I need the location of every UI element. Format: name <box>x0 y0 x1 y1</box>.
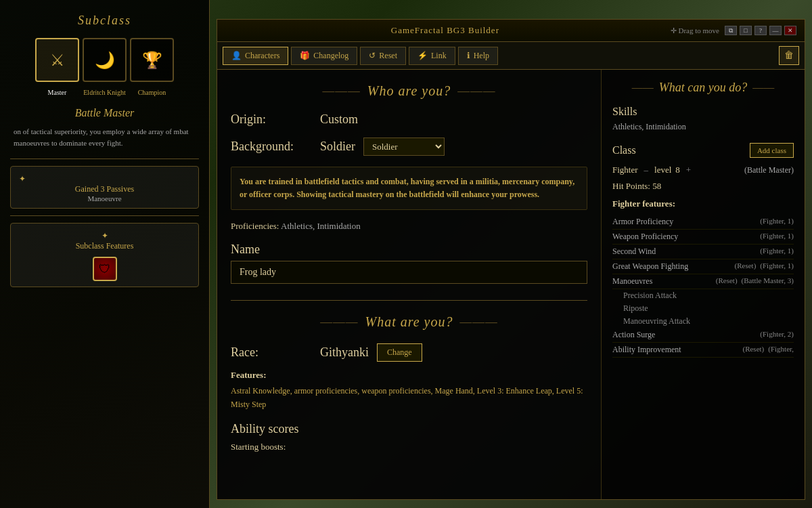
armor-proficiency-source: (Fighter, 1) <box>760 217 794 225</box>
subclass-icon-eldritch-knight[interactable]: 🌙 <box>83 38 127 82</box>
background-dropdown[interactable]: Soldier Acolyte Criminal Noble Sage Outl… <box>363 137 445 156</box>
manoeuvres-source: (Battle Master, 3) <box>742 276 794 284</box>
class-title: Class <box>612 144 636 156</box>
drag-label: ✛ Drag to move <box>671 26 719 35</box>
ability-improvement-reset[interactable]: (Reset) <box>742 345 764 353</box>
second-wind-name: Second Wind <box>612 247 760 257</box>
what-are-you-section: What are you? Race: Githyanki Change Fea… <box>231 300 587 452</box>
reset-label: Reset <box>379 51 397 61</box>
origin-label: Origin: <box>231 112 312 127</box>
characters-icon: 👤 <box>231 51 242 61</box>
master-icon: ⚔ <box>50 51 65 70</box>
background-description: You are trained in battlefield tactics a… <box>231 167 587 210</box>
subclass-icon-row: ⚔ 🌙 🏆 <box>7 38 202 82</box>
feature-ability-improvement: Ability Improvement (Reset) (Fighter, <box>612 343 794 358</box>
name-input[interactable] <box>231 261 587 284</box>
proficiencies-row: Proficiencies: Athletics, Intimidation <box>231 221 587 232</box>
features-links: Astral Knowledge, armor proficiencies, w… <box>231 385 587 410</box>
ability-scores-title: Ability scores <box>231 422 587 436</box>
fighter-level-label: level <box>654 165 671 175</box>
sub-feature-precision-attack: Precision Attack <box>612 289 794 302</box>
label-champion: Champion <box>130 89 174 97</box>
manoeuvres-reset[interactable]: (Reset) <box>716 276 738 284</box>
main-window: GameFractal BG3 Builder ✛ Drag to move ⧉… <box>217 19 805 500</box>
label-eldritch-knight: Eldritch Knight <box>83 89 127 97</box>
champion-icon: 🏆 <box>142 51 162 70</box>
subclass-features-title: Subclass Features <box>19 241 190 251</box>
battle-master-desc: on of tactical superiority, you employ a… <box>14 126 196 148</box>
reset-icon: ↺ <box>369 51 376 61</box>
characters-label: Characters <box>245 51 279 61</box>
fighter-level: 8 <box>675 165 680 175</box>
subclass-labels-row: Master Eldritch Knight Champion <box>7 89 202 97</box>
help-button[interactable]: ? <box>754 26 767 35</box>
subclass-features-section: ✦ Subclass Features 🛡 <box>10 223 199 287</box>
feature-manoeuvres: Manoeuvres (Reset) (Battle Master, 3) <box>612 274 794 289</box>
battle-master-title: Battle Master <box>7 107 202 119</box>
reset-button[interactable]: ↺ Reset <box>360 47 406 65</box>
add-class-button[interactable]: Add class <box>750 143 794 158</box>
subclass-icon-champion[interactable]: 🏆 <box>130 38 174 82</box>
fighter-plus-button[interactable]: + <box>684 165 693 175</box>
great-weapon-source: (Fighter, 1) <box>760 261 794 270</box>
what-header: What are you? <box>231 314 587 330</box>
link-button[interactable]: ⚡ Link <box>409 47 455 65</box>
who-header: Who are you? <box>231 83 587 99</box>
passives-section: ✦ Gained 3 Passives Manoeuvre <box>10 166 199 209</box>
trash-icon: 🗑 <box>784 50 794 61</box>
restore-button[interactable]: ⧉ <box>725 26 737 35</box>
sidebar: Subclass ⚔ 🌙 🏆 Master Eldritch Knight Ch… <box>0 0 210 508</box>
subclass-icon-master[interactable]: ⚔ <box>35 38 79 82</box>
background-value: Soldier <box>320 140 355 154</box>
content-area: Who are you? Origin: Custom Background: … <box>217 70 805 499</box>
riposte-name: Riposte <box>623 303 648 313</box>
origin-value: Custom <box>320 112 358 127</box>
weapon-proficiency-name: Weapon Proficiency <box>612 232 760 242</box>
precision-attack-name: Precision Attack <box>623 291 677 300</box>
sidebar-divider-2 <box>10 215 199 216</box>
maximize-button[interactable]: □ <box>740 26 752 35</box>
sidebar-title: Subclass <box>7 14 202 28</box>
hp-value: 58 <box>652 181 661 191</box>
passives-sub: Manoeuvre <box>19 194 190 203</box>
name-label: Name <box>231 242 587 257</box>
proficiencies-value: Athletics, Intimidation <box>281 221 361 231</box>
feature-armor-proficiency: Armor Proficiency (Fighter, 1) <box>612 215 794 230</box>
change-race-button[interactable]: Change <box>377 343 422 362</box>
race-row: Race: Githyanki Change <box>231 343 587 362</box>
ability-improvement-name: Ability Improvement <box>612 345 738 355</box>
characters-button[interactable]: 👤 Characters <box>223 47 288 65</box>
proficiencies-label: Proficiencies: <box>231 221 279 231</box>
minimize-button[interactable]: — <box>769 26 782 35</box>
toolbar: 👤 Characters 🎁 Changelog ↺ Reset ⚡ Link … <box>217 42 805 70</box>
armor-proficiency-name: Armor Proficiency <box>612 217 760 227</box>
background-label: Background: <box>231 140 312 154</box>
close-button[interactable]: ✕ <box>784 26 796 35</box>
trash-button[interactable]: 🗑 <box>779 46 799 65</box>
help-toolbar-button[interactable]: ℹ Help <box>458 47 498 65</box>
changelog-label: Changelog <box>313 51 348 61</box>
skills-list: Athletics, Intimidation <box>612 122 794 132</box>
great-weapon-reset[interactable]: (Reset) <box>735 261 757 270</box>
help-icon: ℹ <box>467 51 470 61</box>
origin-row: Origin: Custom <box>231 112 587 127</box>
sidebar-divider-1 <box>10 158 199 159</box>
manoeuvres-name: Manoeuvres <box>612 276 712 287</box>
class-header-row: Class Add class <box>612 143 794 158</box>
fighter-features-title: Fighter features: <box>612 198 794 209</box>
fighter-subclass: (Battle Master) <box>744 165 794 175</box>
race-label: Race: <box>231 345 312 360</box>
help-label: Help <box>474 51 489 61</box>
center-panel: Who are you? Origin: Custom Background: … <box>217 70 602 499</box>
star-icon: ✦ <box>19 174 26 184</box>
label-master: Master <box>35 89 79 97</box>
right-header: What can you do? <box>612 81 794 95</box>
fighter-minus-button[interactable]: – <box>642 165 651 175</box>
subclass-feature-icon: 🛡 <box>93 257 117 281</box>
changelog-button[interactable]: 🎁 Changelog <box>291 47 357 65</box>
sub-feature-manoeuvring-attack: Manoeuvring Attack <box>612 315 794 328</box>
fighter-name: Fighter <box>612 165 638 175</box>
weapon-proficiency-source: (Fighter, 1) <box>760 232 794 240</box>
window-titlebar: GameFractal BG3 Builder ✛ Drag to move ⧉… <box>217 20 805 42</box>
starting-boosts: Starting boosts: <box>231 442 587 452</box>
